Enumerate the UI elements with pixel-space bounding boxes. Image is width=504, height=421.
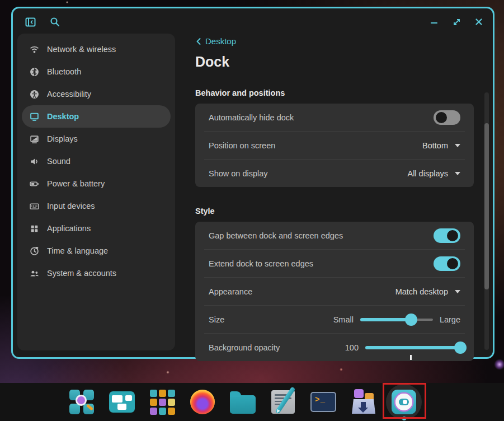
scrollbar-thumb[interactable] <box>484 123 489 289</box>
breadcrumb[interactable]: Desktop <box>195 36 236 46</box>
app-library-icon <box>150 390 175 415</box>
dock-app-library-icon[interactable] <box>149 389 176 415</box>
dock-settings-icon[interactable] <box>390 389 417 415</box>
accessibility-icon <box>30 90 39 99</box>
section-heading-style: Style <box>195 207 474 216</box>
settings-window: Network & wireless Bluetooth Accessibili… <box>11 7 494 359</box>
magnifier-lens <box>76 395 87 406</box>
gap-toggle[interactable] <box>434 228 460 243</box>
sidebar-collapse-icon[interactable] <box>23 15 37 29</box>
keyboard-icon <box>30 202 39 211</box>
firefox-icon <box>190 390 215 414</box>
toggle-knob <box>447 258 458 269</box>
sidebar-item-label: Displays <box>47 134 78 143</box>
dock-workspaces-icon[interactable] <box>109 389 135 415</box>
extend-dock-toggle[interactable] <box>434 256 460 271</box>
show-on-display-dropdown[interactable]: All displays <box>407 169 460 178</box>
dropdown-value: Bottom <box>422 141 448 150</box>
sidebar-item-applications[interactable]: Applications <box>22 217 171 240</box>
sidebar-item-label: Time & language <box>47 246 108 255</box>
text-editor-icon <box>271 390 295 414</box>
toggle-knob <box>447 230 458 241</box>
row-gap-dock-edges: Gap between dock and screen edges <box>195 222 474 249</box>
section-heading-behavior: Behavior and positions <box>195 88 474 97</box>
desktop-wallpaper: Network & wireless Bluetooth Accessibili… <box>0 0 504 421</box>
settings-sidebar: Network & wireless Bluetooth Accessibili… <box>17 34 175 350</box>
row-label: Position on screen <box>209 141 275 150</box>
settings-icon <box>392 390 416 414</box>
row-appearance: Appearance Match desktop <box>195 278 474 305</box>
users-icon <box>30 269 39 278</box>
row-size: Size Small Large <box>195 306 474 333</box>
slider-fill <box>365 346 460 349</box>
dock-launcher-icon[interactable] <box>68 389 95 415</box>
row-show-on-display: Show on display All displays <box>195 160 474 187</box>
breadcrumb-label: Desktop <box>205 36 236 46</box>
store-icon <box>350 389 377 415</box>
sidebar-item-label: Sound <box>47 157 70 166</box>
row-position-on-screen: Position on screen Bottom <box>195 132 474 159</box>
displays-icon <box>30 134 39 144</box>
sidebar-item-label: Applications <box>47 224 91 233</box>
dropdown-value: Match desktop <box>395 287 448 296</box>
sidebar-item-bluetooth[interactable]: Bluetooth <box>22 60 171 83</box>
maximize-button[interactable] <box>449 15 464 29</box>
clock-icon <box>30 246 39 256</box>
slider-min-label: Small <box>333 315 354 324</box>
slider-handle[interactable] <box>405 314 417 326</box>
sidebar-item-label: Network & wireless <box>47 45 116 54</box>
row-label: Background opacity <box>209 343 280 352</box>
sidebar-item-label: Bluetooth <box>47 67 81 76</box>
files-folder-icon <box>230 395 256 414</box>
dock-text-editor-icon[interactable] <box>270 389 296 415</box>
sidebar-item-label: System & accounts <box>47 269 116 278</box>
dock-terminal-icon[interactable]: >_ <box>310 389 337 415</box>
row-label: Appearance <box>209 287 252 296</box>
style-card: Gap between dock and screen edges Extend… <box>195 222 474 361</box>
row-label: Extend dock to screen edges <box>209 259 313 268</box>
wifi-icon <box>30 45 39 54</box>
sidebar-item-input-devices[interactable]: Input devices <box>22 195 171 217</box>
dock-files-icon[interactable] <box>229 389 256 415</box>
toggle-knob <box>436 112 447 123</box>
sidebar-item-sound[interactable]: Sound <box>22 150 171 172</box>
auto-hide-toggle[interactable] <box>434 110 460 125</box>
apps-grid-icon <box>30 224 39 233</box>
sidebar-item-label: Desktop <box>47 112 79 121</box>
scrollbar-track[interactable] <box>484 92 489 350</box>
active-app-indicator <box>402 417 406 420</box>
slider-fill <box>360 318 411 321</box>
chevron-down-icon <box>455 172 460 175</box>
position-dropdown[interactable]: Bottom <box>422 141 460 150</box>
page-title: Dock <box>195 54 474 70</box>
slider-handle[interactable] <box>454 342 467 354</box>
appearance-dropdown[interactable]: Match desktop <box>395 287 460 296</box>
sidebar-item-network-wireless[interactable]: Network & wireless <box>22 38 171 60</box>
sidebar-item-system-accounts[interactable]: System & accounts <box>22 262 171 284</box>
row-label: Gap between dock and screen edges <box>209 231 343 240</box>
workspaces-icon <box>109 391 135 413</box>
sidebar-item-label: Accessibility <box>47 90 91 99</box>
window-titlebar <box>13 8 493 34</box>
pen-icon <box>275 386 296 414</box>
battery-icon <box>30 179 39 189</box>
chevron-left-icon <box>195 38 202 45</box>
minimize-button[interactable] <box>427 15 441 29</box>
search-icon[interactable] <box>48 15 62 29</box>
dock-store-icon[interactable] <box>350 389 377 415</box>
row-label: Size <box>209 315 224 324</box>
row-background-opacity: Background opacity 100 <box>195 334 474 361</box>
slider-tick-mark <box>410 355 412 360</box>
opacity-slider[interactable] <box>365 340 460 355</box>
dock-firefox-icon[interactable] <box>189 389 216 415</box>
speaker-icon <box>30 157 39 166</box>
size-slider[interactable] <box>360 312 433 327</box>
sidebar-item-accessibility[interactable]: Accessibility <box>22 83 171 105</box>
row-label: Show on display <box>209 169 268 178</box>
sidebar-item-displays[interactable]: Displays <box>22 128 171 150</box>
sidebar-item-desktop[interactable]: Desktop <box>22 105 171 128</box>
behavior-card: Automatically hide dock Position on scre… <box>195 104 474 187</box>
sidebar-item-time-language[interactable]: Time & language <box>22 240 171 262</box>
close-button[interactable] <box>472 15 486 29</box>
sidebar-item-power-battery[interactable]: Power & battery <box>22 172 171 195</box>
